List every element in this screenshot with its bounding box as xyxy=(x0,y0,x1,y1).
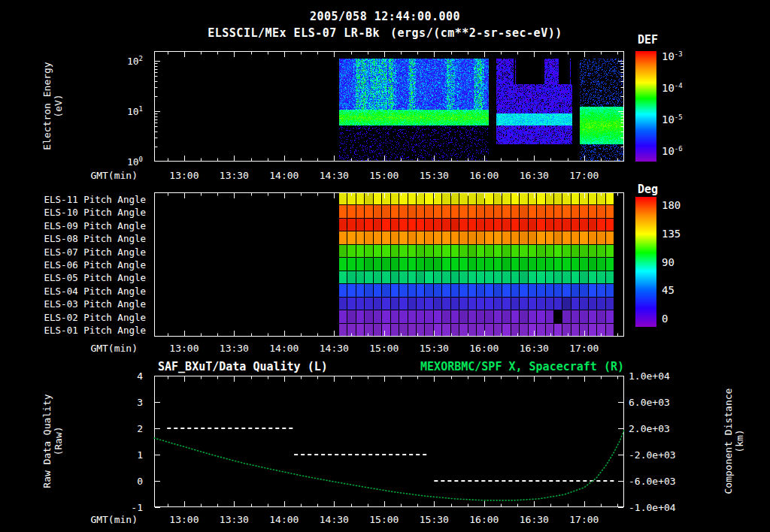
component-distance-y-axis-title: Component Distance (km) xyxy=(723,358,745,524)
pitch-angle-row-labels: ELS-11 Pitch AngleELS-10 Pitch AngleELS-… xyxy=(0,192,149,337)
pitch-row-label: ELS-04 Pitch Angle xyxy=(44,285,146,296)
raw-tick-label: 3 xyxy=(137,397,143,408)
distance-tick-label: -2.0e+03 xyxy=(629,449,676,461)
spectrogram-y-axis-title: Electron Energy (eV) xyxy=(41,23,64,189)
time-tick-label: 13:30 xyxy=(220,514,249,525)
time-tick-label: 15:30 xyxy=(420,514,449,525)
time-tick-label: 17:00 xyxy=(569,514,599,525)
time-tick-label: 14:30 xyxy=(320,170,349,181)
time-tick-label: 16:00 xyxy=(469,170,499,181)
units-label: (ergs/(cm**2-sr-sec-eV)) xyxy=(390,26,562,40)
spacecraft-x-title: MEXORBMC/SPF X, Spacecraft (R) xyxy=(420,360,624,373)
time-tick-label: 16:00 xyxy=(469,343,499,354)
raw-quality-tick-labels: 43210-1 xyxy=(113,376,149,507)
pitch-row-label: ELS-06 Pitch Angle xyxy=(44,259,146,271)
electron-energy-spectrogram-canvas xyxy=(154,51,624,162)
pitch-row-label: ELS-07 Pitch Angle xyxy=(44,246,146,257)
energy-tick-exponent: 1 xyxy=(139,105,143,113)
colorbar-tick-label: 10-3 xyxy=(662,50,683,63)
colorbar-tick-label: 45 xyxy=(662,284,675,296)
spectrogram-y-axis-title-line2: (eV) xyxy=(53,23,64,189)
colorbar-tick-label: 90 xyxy=(662,256,675,268)
time-tick-label: 15:00 xyxy=(369,514,399,525)
pitch-row-label: ELS-09 Pitch Angle xyxy=(44,219,146,231)
energy-tick-exponent: 2 xyxy=(139,55,143,62)
colorbar-tick-exponent: -6 xyxy=(675,145,683,153)
spectrogram-y-axis-title-line1: Electron Energy xyxy=(41,23,53,189)
time-tick-label: 17:00 xyxy=(569,343,599,354)
time-tick-labels-mid: 13:0013:3014:0014:3015:0015:3016:0016:30… xyxy=(154,343,624,355)
pitch-row-label: ELS-01 Pitch Angle xyxy=(44,325,146,336)
plot-frame xyxy=(155,376,624,507)
distance-tick-label: 1.0e+04 xyxy=(629,370,670,382)
time-tick-label: 17:00 xyxy=(569,170,599,181)
pitch-row-label: ELS-11 Pitch Angle xyxy=(44,193,146,204)
colorbar-tick-exponent: -3 xyxy=(675,50,683,58)
colorbar-tick-label: 180 xyxy=(662,199,681,211)
deg-colorbar xyxy=(635,197,656,327)
deg-colorbar-title: Deg xyxy=(638,183,658,196)
quality-distance-plot xyxy=(154,376,624,507)
time-tick-label: 16:30 xyxy=(520,343,549,354)
gmt-label-top: GMT(min) xyxy=(74,170,138,181)
time-tick-label: 14:30 xyxy=(320,343,349,354)
colorbar-tick-label: 10-4 xyxy=(662,82,683,95)
pitch-row-label: ELS-03 Pitch Angle xyxy=(44,298,146,310)
component-distance-y-axis-title-line2: (km) xyxy=(734,358,745,524)
colorbar-tick-exponent: -4 xyxy=(675,82,683,89)
pitch-row-label: ELS-08 Pitch Angle xyxy=(44,233,146,244)
gmt-label-bot: GMT(min) xyxy=(74,514,138,525)
time-tick-labels-bot: 13:0013:3014:0014:3015:0015:3016:0016:30… xyxy=(154,514,624,526)
raw-tick-label: 4 xyxy=(137,370,143,382)
energy-tick-label: 102 xyxy=(127,55,143,67)
time-tick-label: 15:00 xyxy=(369,170,399,181)
time-tick-label: 15:00 xyxy=(369,343,399,354)
pitch-angle-grid-canvas xyxy=(154,192,624,337)
time-tick-labels-top: 13:0013:3014:0014:3015:0015:3016:0016:30… xyxy=(154,170,624,182)
time-tick-label: 15:30 xyxy=(420,170,449,181)
component-distance-y-axis-title-line1: Component Distance xyxy=(723,358,734,524)
energy-tick-label: 100 xyxy=(127,156,143,168)
raw-tick-label: 0 xyxy=(137,476,143,487)
timestamp-title: 2005/058 12:44:00.000 xyxy=(0,10,770,23)
def-colorbar xyxy=(635,51,656,162)
deg-colorbar-tick-labels: 18013590450 xyxy=(662,197,708,327)
instrument-label: ELSSCIL/MEx ELS-07 LR-Bk xyxy=(208,26,380,40)
energy-tick-labels: 102101100 xyxy=(111,51,149,162)
pitch-row-label: ELS-02 Pitch Angle xyxy=(44,311,146,322)
els-quicklook-screen: 2005/058 12:44:00.000 ELSSCIL/MEx ELS-07… xyxy=(0,0,770,532)
distance-tick-labels: 1.0e+046.0e+032.0e+03-2.0e+03-6.0e+03-1.… xyxy=(629,376,687,507)
time-tick-label: 14:30 xyxy=(320,514,349,525)
raw-quality-y-axis-title-line2: (Raw) xyxy=(53,358,64,524)
time-tick-label: 13:30 xyxy=(220,170,249,181)
time-tick-label: 16:30 xyxy=(520,170,549,181)
colorbar-tick-label: 10-6 xyxy=(662,145,683,158)
distance-tick-label: -1.0e+04 xyxy=(629,502,676,513)
energy-tick-exponent: 0 xyxy=(139,156,143,163)
raw-tick-label: -1 xyxy=(131,502,143,513)
time-tick-label: 13:00 xyxy=(169,170,199,181)
raw-tick-label: 2 xyxy=(137,423,143,434)
spacecraft-x-curve xyxy=(154,430,624,500)
time-tick-label: 14:00 xyxy=(269,514,299,525)
raw-quality-y-axis-title: Raw Data Quality (Raw) xyxy=(41,358,64,524)
colorbar-tick-label: 0 xyxy=(662,313,668,325)
time-tick-label: 15:30 xyxy=(420,343,449,354)
distance-tick-label: 6.0e+03 xyxy=(629,397,670,408)
raw-quality-y-axis-title-line1: Raw Data Quality xyxy=(41,358,53,524)
energy-tick-label: 101 xyxy=(127,105,143,117)
time-tick-label: 16:30 xyxy=(520,514,549,525)
time-tick-label: 14:00 xyxy=(269,170,299,181)
pitch-row-label: ELS-05 Pitch Angle xyxy=(44,272,146,283)
data-quality-title: SAF_BXuT/Data Quality (L) xyxy=(158,360,328,373)
def-colorbar-title: DEF xyxy=(638,33,658,47)
time-tick-label: 13:00 xyxy=(169,514,199,525)
distance-tick-label: 2.0e+03 xyxy=(629,423,670,434)
distance-tick-label: -6.0e+03 xyxy=(629,476,676,487)
raw-tick-label: 1 xyxy=(137,449,143,461)
time-tick-label: 14:00 xyxy=(269,343,299,354)
def-colorbar-tick-labels: 10-310-410-510-6 xyxy=(662,51,708,162)
time-tick-label: 13:30 xyxy=(220,343,249,354)
colorbar-tick-label: 10-5 xyxy=(662,113,683,126)
colorbar-tick-label: 135 xyxy=(662,228,681,240)
